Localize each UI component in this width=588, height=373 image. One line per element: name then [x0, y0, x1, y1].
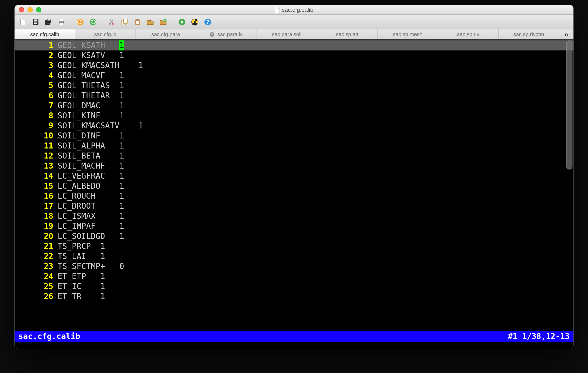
copy-button[interactable]	[120, 17, 129, 27]
line-number: 3	[15, 61, 58, 71]
editor-line: 23TS_SFCTMP+ 0	[15, 261, 573, 271]
line-text: GEOL_MACVF 1	[58, 71, 124, 81]
line-text: SOIL_KMACSATV 1	[58, 121, 143, 131]
window-title: sac.cfg.calib	[15, 6, 573, 13]
zoom-window-button[interactable]	[36, 7, 41, 12]
editor-line: 11SOIL_ALPHA 1	[15, 141, 573, 151]
editor-line: 26ET_TR 1	[15, 291, 573, 301]
tab-label: sac.cfg.ic	[94, 31, 116, 38]
tab-label: sac.cfg.para	[151, 31, 180, 38]
save-all-button[interactable]	[44, 17, 53, 27]
editor-line: 24ET_ETP 1	[15, 271, 573, 281]
svg-rect-23	[136, 21, 139, 24]
line-number: 14	[15, 171, 58, 181]
tab-sac-cfg-para[interactable]: sac.cfg.para	[136, 29, 196, 39]
window-title-text: sac.cfg.calib	[282, 6, 313, 13]
line-text: ET_IC 1	[58, 281, 105, 291]
line-number: 12	[15, 151, 58, 161]
save-button[interactable]	[31, 17, 40, 27]
window-controls	[19, 7, 41, 12]
line-number: 26	[15, 291, 58, 301]
editor-line: 15LC_ALBEDO 1	[15, 181, 573, 191]
line-number: 4	[15, 71, 58, 81]
tab-sac-sp-att[interactable]: sac.sp.att	[317, 29, 378, 39]
cut-button[interactable]	[107, 17, 116, 27]
tab-sac-para-soil[interactable]: sac.para.soil	[256, 29, 317, 39]
radiation-icon[interactable]	[190, 17, 200, 27]
line-text: GEOL_THETAR 1	[58, 91, 124, 101]
run-button[interactable]	[177, 17, 187, 27]
tab-label: sac.sp.rivchn	[514, 31, 544, 38]
line-number: 19	[15, 221, 58, 231]
line-text: ET_TR 1	[58, 291, 105, 301]
tab-sac-sp-rivchn[interactable]: sac.sp.rivchn	[499, 29, 559, 39]
line-number: 8	[15, 111, 58, 121]
tab-close-icon[interactable]: ✕	[210, 32, 214, 37]
help-button[interactable]: ?	[203, 17, 212, 27]
editor-line: 2GEOL_KSATV 1	[15, 51, 573, 61]
new-file-button[interactable]	[18, 17, 28, 27]
tab-sac-cfg-ic[interactable]: sac.cfg.ic	[75, 29, 136, 39]
line-number: 23	[15, 261, 58, 271]
editor-line: 22TS_LAI 1	[15, 251, 573, 261]
editor-line: 14LC_VEGFRAC 1	[15, 171, 573, 181]
line-number: 9	[15, 121, 58, 131]
close-window-button[interactable]	[19, 7, 24, 12]
line-text: LC_SOILDGD 1	[58, 231, 124, 241]
line-text: TS_SFCTMP+ 0	[58, 261, 124, 271]
tab-label: sac.cfg.calib	[30, 31, 59, 38]
line-number: 7	[15, 101, 58, 111]
editor-area[interactable]: 1GEOL_KSATH 12GEOL_KSATV 13GEOL_KMACSATH…	[15, 40, 573, 331]
line-text: LC_DROOT 1	[58, 201, 124, 211]
minimize-window-button[interactable]	[28, 7, 33, 12]
tab-sac-sp-mesh[interactable]: sac.sp.mesh	[378, 29, 438, 39]
editor-line: 17LC_DROOT 1	[15, 201, 573, 211]
line-number: 13	[15, 161, 58, 171]
text-cursor: 1	[119, 40, 124, 51]
line-number: 15	[15, 181, 58, 191]
line-text: GEOL_DMAC 1	[58, 101, 124, 111]
line-text: LC_ISMAX 1	[58, 211, 124, 221]
line-number: 5	[15, 81, 58, 91]
tab-label: sac.para.lc	[217, 31, 243, 38]
line-number: 20	[15, 231, 58, 241]
editor-line: 9SOIL_KMACSATV 1	[15, 121, 573, 131]
toolbar: ?	[15, 15, 573, 29]
svg-rect-9	[60, 19, 63, 21]
tab-sac-sp-riv[interactable]: sac.sp.riv	[438, 29, 499, 39]
line-number: 25	[15, 281, 58, 291]
editor-line: 8SOIL_KINF 1	[15, 111, 573, 121]
tab-sac-cfg-calib[interactable]: sac.cfg.calib	[15, 29, 75, 39]
chevron-right-double-icon: »	[564, 30, 568, 39]
line-text: LC_IMPAF 1	[58, 221, 124, 231]
line-number: 24	[15, 271, 58, 281]
line-text: GEOL_KSATH	[58, 40, 119, 51]
tab-sac-para-lc[interactable]: ✕sac.para.lc	[196, 29, 256, 39]
paste-button[interactable]	[133, 17, 142, 27]
line-text: GEOL_KMACSATH 1	[58, 61, 143, 71]
line-text: TS_LAI 1	[58, 251, 105, 261]
undo-button[interactable]	[75, 17, 85, 27]
editor-line: 20LC_SOILDGD 1	[15, 231, 573, 241]
editor-line: 13SOIL_MACHF 1	[15, 161, 573, 171]
status-filename: sac.cfg.calib	[18, 332, 80, 341]
line-text: GEOL_KSATV 1	[58, 51, 124, 61]
print-button[interactable]	[57, 17, 66, 27]
tab-label: sac.sp.riv	[457, 31, 479, 38]
redo-button[interactable]	[88, 17, 98, 27]
tab-label: sac.sp.mesh	[393, 31, 423, 38]
vertical-scrollbar[interactable]	[566, 40, 572, 170]
svg-rect-3	[34, 19, 38, 21]
folder-up-button[interactable]	[146, 17, 155, 27]
svg-rect-4	[34, 22, 37, 24]
line-number: 16	[15, 191, 58, 201]
editor-line: 25ET_IC 1	[15, 281, 573, 291]
tab-overflow-button[interactable]: »	[559, 29, 573, 39]
folder-add-button[interactable]	[158, 17, 168, 27]
bottom-padding	[15, 342, 573, 349]
line-text: TS_PRCP 1	[58, 241, 105, 251]
line-number: 1	[15, 40, 58, 51]
line-number: 2	[15, 51, 58, 61]
line-text: SOIL_KINF 1	[58, 111, 124, 121]
titlebar: sac.cfg.calib	[15, 5, 573, 15]
